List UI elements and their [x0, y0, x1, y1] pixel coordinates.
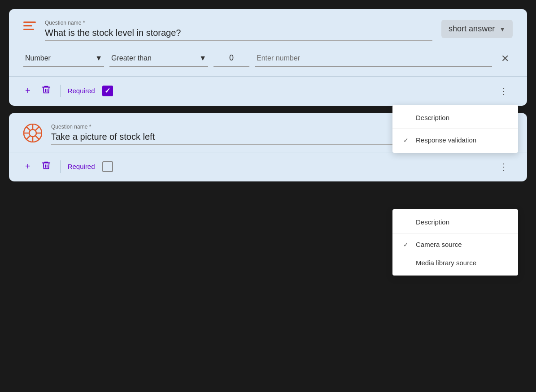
- more-options-button-2[interactable]: ⋮: [496, 160, 513, 173]
- trash-icon: [41, 85, 51, 95]
- enter-number-input[interactable]: [255, 51, 492, 67]
- card1-footer: + Required ⋮ ✓ Description ✓ Response va…: [23, 77, 513, 106]
- footer-divider-2: [60, 160, 61, 173]
- required-label-1[interactable]: Required: [68, 87, 95, 95]
- svg-line-9: [27, 136, 31, 139]
- card1-question-input[interactable]: [45, 28, 432, 41]
- number-label: Number: [25, 54, 51, 62]
- add-question-button[interactable]: +: [23, 84, 32, 98]
- card2-dropdown-menu: ✓ Description ✓ Camera source ✓ Media li…: [392, 209, 518, 276]
- description-option-2[interactable]: ✓ Description: [392, 213, 518, 231]
- required-label-2[interactable]: Required: [68, 163, 95, 170]
- card1-dropdown-menu: ✓ Description ✓ Response validation: [392, 105, 518, 153]
- number-value-input[interactable]: [214, 50, 249, 67]
- condition-label: Greater than: [111, 54, 152, 62]
- camera-source-label: Camera source: [416, 241, 462, 248]
- card1-type-dropdown[interactable]: short answer ▼: [441, 20, 513, 38]
- required-checkbox-2[interactable]: [102, 161, 113, 172]
- card2-footer: + Required ⋮ ✓ Description ✓ Camera sour…: [23, 152, 513, 181]
- response-validation-check: ✓: [403, 137, 410, 144]
- condition-select[interactable]: Greater than ▼: [109, 51, 208, 67]
- card1-type-label: short answer: [449, 24, 495, 34]
- svg-line-8: [35, 127, 39, 131]
- condition-chevron-icon: ▼: [199, 54, 206, 62]
- media-library-label: Media library source: [416, 259, 476, 267]
- svg-line-7: [35, 136, 39, 139]
- response-validation-label: Response validation: [416, 136, 476, 144]
- description-option-1[interactable]: ✓ Description: [392, 108, 518, 127]
- delete-question-button[interactable]: [39, 83, 53, 99]
- description-label-1: Description: [416, 114, 449, 121]
- card1-question-label: Question name *: [45, 20, 432, 26]
- validation-row: Number ▼ Greater than ▼ ✕: [23, 50, 513, 67]
- svg-line-6: [27, 127, 31, 131]
- required-checkbox-1[interactable]: [102, 86, 113, 96]
- description-label-2: Description: [416, 218, 449, 226]
- footer-divider-1: [60, 85, 61, 97]
- camera-source-option[interactable]: ✓ Camera source: [392, 235, 518, 254]
- add-question-button-2[interactable]: +: [23, 159, 32, 173]
- aperture-icon: [23, 124, 42, 142]
- card1-header: Question name * short answer ▼: [23, 20, 513, 41]
- dropdown-divider-2: [392, 233, 518, 233]
- response-validation-option[interactable]: ✓ Response validation: [392, 131, 518, 149]
- number-chevron-icon: ▼: [95, 54, 102, 62]
- close-validation-button[interactable]: ✕: [497, 51, 513, 66]
- hamburger-icon: [23, 22, 36, 30]
- number-select[interactable]: Number ▼: [23, 51, 104, 67]
- question-card-1: Question name * short answer ▼ Number ▼ …: [9, 9, 527, 106]
- trash-icon-2: [41, 160, 51, 170]
- camera-source-check: ✓: [403, 241, 410, 248]
- more-options-button-1[interactable]: ⋮: [496, 85, 513, 97]
- delete-question-button-2[interactable]: [39, 159, 53, 174]
- dropdown-divider-1: [392, 129, 518, 129]
- card1-question-field: Question name *: [45, 20, 432, 41]
- card1-chevron-icon: ▼: [499, 26, 505, 33]
- media-library-option[interactable]: ✓ Media library source: [392, 254, 518, 272]
